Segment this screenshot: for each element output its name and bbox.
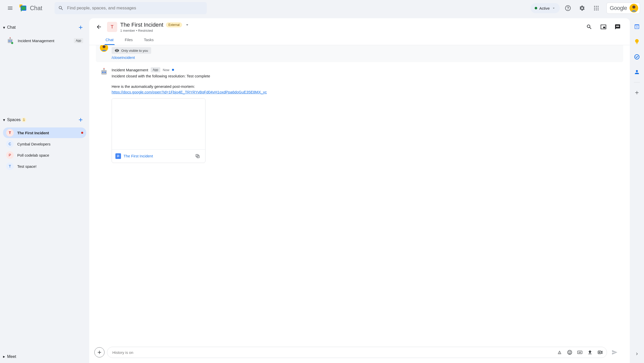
copy-button[interactable] <box>194 152 202 160</box>
search-in-space-button[interactable] <box>583 21 595 33</box>
picture-in-picture-icon <box>600 24 606 30</box>
tab-tasks[interactable]: Tasks <box>143 36 154 45</box>
main-menu-button[interactable] <box>4 2 16 14</box>
meet-section-title: Meet <box>7 354 16 359</box>
space-title: The First Incident <box>120 22 163 28</box>
message-list: Only visible to you /closeIncident Incid… <box>89 45 630 343</box>
back-button[interactable] <box>94 22 104 32</box>
app-badge: App <box>74 38 83 43</box>
user-command-message: Only visible to you /closeIncident <box>96 45 623 62</box>
emoji-button[interactable] <box>565 348 574 357</box>
sidebar-space-item[interactable]: C Cymbal Developers <box>3 139 86 149</box>
svg-point-13 <box>598 9 599 10</box>
sidebar-space-item[interactable]: T The First Incident <box>3 127 86 138</box>
plus-icon <box>97 350 102 355</box>
chevron-down-icon[interactable] <box>185 22 190 27</box>
svg-point-4 <box>568 9 568 10</box>
tab-chat[interactable]: Chat <box>105 36 115 45</box>
svg-point-6 <box>596 6 597 7</box>
docs-icon <box>115 153 121 159</box>
help-button[interactable] <box>562 2 574 14</box>
gear-icon <box>579 5 585 11</box>
video-button[interactable] <box>596 348 605 357</box>
spaces-section-header[interactable]: ▾ Spaces 1 <box>2 113 87 127</box>
svg-point-5 <box>594 6 595 7</box>
status-label: Active <box>539 6 550 10</box>
bot-message: Incident Management App Now Incident clo… <box>99 66 620 164</box>
meet-section-header[interactable]: ▸ Meet <box>2 352 87 361</box>
space-avatar: T <box>107 22 117 32</box>
conversation-header: T The First Incident External 1 member •… <box>89 18 630 33</box>
visibility-chip: Only visible to you <box>112 47 151 54</box>
apps-grid-icon <box>593 5 599 11</box>
sidebar-item-label: Incident Management <box>18 39 70 43</box>
user-avatar-small <box>100 45 108 52</box>
command-text: /closeIncident <box>112 55 620 60</box>
person-icon <box>634 69 640 75</box>
upload-button[interactable] <box>585 348 595 357</box>
message-input[interactable] <box>112 350 554 355</box>
gif-button[interactable]: GIF <box>575 348 584 357</box>
message-link[interactable]: https://docs.google.com/open?id=1Fbjo4E_… <box>112 90 267 94</box>
side-panel-rail: 31 <box>630 16 644 363</box>
sidebar-item-label: Poll codelab space <box>17 153 83 157</box>
svg-text:31: 31 <box>636 26 638 28</box>
svg-point-28 <box>103 68 105 69</box>
search-input[interactable] <box>67 6 203 11</box>
sidebar-item-label: Test space! <box>17 164 83 169</box>
plus-icon <box>78 117 84 123</box>
sender-name: Incident Management <box>112 68 148 72</box>
search-bar[interactable] <box>55 2 207 14</box>
collapse-caret-icon: ▾ <box>2 25 6 30</box>
svg-point-7 <box>598 6 599 7</box>
new-space-button[interactable] <box>76 115 86 125</box>
sidebar-space-item[interactable]: T Test space! <box>3 161 86 172</box>
tab-files[interactable]: Files <box>124 36 134 45</box>
sidebar-space-item[interactable]: P Poll codelab space <box>3 150 86 160</box>
keep-rail-button[interactable] <box>632 37 642 47</box>
sidebar-item-label: The First Incident <box>17 131 78 135</box>
send-icon <box>612 349 618 355</box>
spaces-section-title: Spaces <box>7 118 21 122</box>
app-badge: App <box>151 67 160 72</box>
svg-point-11 <box>594 9 595 10</box>
chat-section-title: Chat <box>7 25 16 30</box>
svg-point-25 <box>102 72 103 73</box>
robot-avatar-icon <box>6 37 14 45</box>
settings-button[interactable] <box>576 2 588 14</box>
new-chat-button[interactable] <box>76 22 86 32</box>
text-format-icon <box>557 350 562 355</box>
svg-point-21 <box>11 42 13 44</box>
gif-icon: GIF <box>577 350 583 355</box>
thread-panel-button[interactable] <box>612 21 624 33</box>
message-composer[interactable]: GIF <box>107 347 607 358</box>
keep-icon <box>634 39 640 45</box>
composer-row: GIF <box>89 343 630 363</box>
collapse-rail-button[interactable] <box>632 349 642 359</box>
svg-point-17 <box>9 40 10 42</box>
tasks-rail-button[interactable] <box>632 52 642 62</box>
conversation-tabs: Chat Files Tasks <box>89 33 630 45</box>
space-letter-avatar: C <box>6 140 14 148</box>
contacts-rail-button[interactable] <box>632 67 642 77</box>
space-letter-avatar: P <box>6 151 14 159</box>
chat-section-header[interactable]: ▾ Chat <box>2 20 87 35</box>
user-avatar[interactable] <box>630 4 638 12</box>
format-button[interactable] <box>555 348 564 357</box>
sidebar: ▾ Chat Incident Management App ▾ Spaces … <box>0 16 89 363</box>
attach-button[interactable] <box>94 347 105 357</box>
doc-preview-card[interactable]: The First Incident <box>112 98 205 163</box>
apps-button[interactable] <box>590 2 602 14</box>
app-logo[interactable]: Chat <box>19 4 42 12</box>
space-letter-avatar: T <box>6 162 14 170</box>
calendar-rail-button[interactable]: 31 <box>632 21 642 31</box>
status-chip[interactable]: Active <box>531 3 560 13</box>
space-letter-avatar: T <box>6 129 14 137</box>
add-panel-button[interactable] <box>632 88 642 98</box>
spaces-count-badge: 1 <box>22 118 26 122</box>
send-button[interactable] <box>610 347 620 357</box>
pip-button[interactable] <box>597 21 610 33</box>
message-timestamp: Now <box>163 68 169 72</box>
sidebar-item-incident-management[interactable]: Incident Management App <box>3 35 86 46</box>
account-switcher[interactable]: Google <box>606 3 640 14</box>
